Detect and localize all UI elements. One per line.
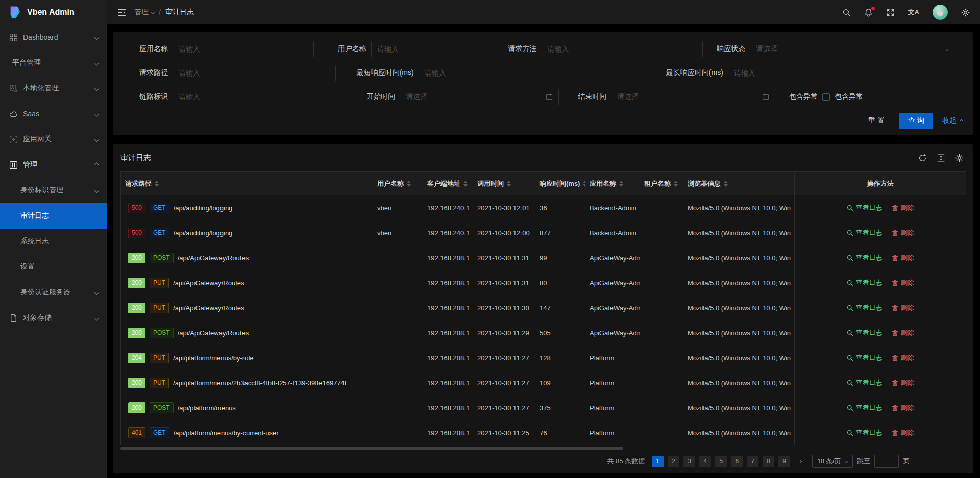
view-log-button[interactable]: 查看日志 [847, 303, 883, 312]
sidebar-item-9[interactable]: 设置 [0, 254, 107, 280]
cell-client: 192.168.208.1 [423, 245, 473, 270]
column-height-icon[interactable] [937, 154, 945, 162]
field-label: 包含异常 [783, 92, 822, 102]
table-settings-gear-icon[interactable] [955, 154, 964, 162]
sidebar-item-6[interactable]: 身份标识管理 [0, 178, 107, 203]
sort-carets-icon[interactable] [674, 181, 678, 187]
column-header-3[interactable]: 调用时间 [473, 172, 535, 195]
include-exception-checkbox[interactable] [822, 93, 830, 101]
date-input[interactable]: 请选择 [400, 89, 559, 105]
chevron-right-icon [798, 459, 802, 463]
sort-carets-icon[interactable] [724, 181, 728, 187]
view-log-button[interactable]: 查看日志 [847, 278, 883, 287]
view-log-button[interactable]: 查看日志 [847, 228, 883, 237]
field-input[interactable] [548, 45, 697, 53]
delete-button[interactable]: 删除 [892, 228, 914, 237]
sort-carets-icon[interactable] [407, 181, 411, 187]
column-header-6[interactable]: 租户名称 [640, 172, 683, 195]
horizontal-scrollbar[interactable] [120, 447, 623, 450]
delete-button[interactable]: 删除 [892, 378, 914, 387]
field-input[interactable] [377, 45, 483, 53]
view-log-button[interactable]: 查看日志 [847, 378, 883, 387]
cell-browser: Mozilla/5.0 (Windows NT 10.0; Win [683, 395, 795, 420]
cell-path: 204PUT/api/platform/menus/by-role [121, 345, 373, 370]
collapse-toggle[interactable]: 收起 [942, 116, 963, 125]
sidebar-item-0[interactable]: Dashboard [0, 24, 107, 50]
page-button-3[interactable]: 3 [683, 456, 695, 467]
delete-button[interactable]: 删除 [892, 303, 914, 312]
table-row: 200PUT/api/platform/menus/2b3accf8-4fb8-… [121, 370, 966, 395]
sidebar-item-7[interactable]: 审计日志 [0, 203, 107, 229]
delete-button[interactable]: 删除 [892, 278, 914, 287]
page-button-6[interactable]: 6 [731, 456, 743, 467]
sidebar-item-5[interactable]: 管理 [0, 152, 107, 178]
breadcrumb-root[interactable]: 管理 [134, 8, 154, 17]
column-header-5[interactable]: 应用名称 [585, 172, 640, 195]
text-input[interactable] [371, 41, 489, 57]
column-header-7[interactable]: 浏览器信息 [683, 172, 795, 195]
notification-icon[interactable] [864, 8, 873, 17]
page-button-1[interactable]: 1 [652, 456, 664, 467]
column-header-0[interactable]: 请求路径 [121, 172, 373, 195]
sidebar-item-3[interactable]: Saas [0, 101, 107, 127]
search-icon[interactable] [842, 8, 851, 17]
column-header-2[interactable]: 客户端地址 [423, 172, 473, 195]
settings-gear-icon[interactable] [961, 8, 970, 17]
text-input[interactable] [419, 65, 645, 81]
delete-button[interactable]: 删除 [892, 253, 914, 262]
view-log-button[interactable]: 查看日志 [847, 353, 883, 362]
delete-button[interactable]: 删除 [892, 403, 914, 412]
search-button[interactable]: 查 询 [899, 113, 933, 129]
view-log-button[interactable]: 查看日志 [847, 253, 883, 262]
sort-carets-icon[interactable] [619, 181, 623, 187]
delete-button[interactable]: 删除 [892, 328, 914, 337]
field-input[interactable] [179, 93, 336, 101]
delete-button[interactable]: 删除 [892, 353, 914, 362]
sort-carets-icon[interactable] [583, 181, 585, 187]
page-button-5[interactable]: 5 [715, 456, 727, 467]
fullscreen-icon[interactable] [886, 8, 895, 17]
page-button-7[interactable]: 7 [747, 456, 758, 467]
text-input[interactable] [728, 65, 954, 81]
sidebar-item-2[interactable]: A本地化管理 [0, 76, 107, 101]
page-button-2[interactable]: 2 [668, 456, 679, 467]
sort-carets-icon[interactable] [155, 181, 159, 187]
jump-page-input[interactable] [874, 455, 899, 468]
next-page-button[interactable] [794, 456, 806, 467]
reset-button[interactable]: 重 置 [860, 113, 893, 129]
avatar[interactable] [933, 5, 948, 20]
sidebar-item-11[interactable]: 对象存储 [0, 305, 107, 331]
page-size-select[interactable]: 10 条/页 [812, 455, 853, 468]
text-input[interactable] [173, 41, 314, 57]
view-log-button[interactable]: 查看日志 [847, 428, 883, 437]
field-input[interactable] [734, 69, 948, 77]
refresh-icon[interactable] [918, 154, 927, 162]
sort-carets-icon[interactable] [507, 181, 511, 187]
field-input[interactable] [179, 45, 308, 53]
text-input[interactable] [173, 65, 336, 81]
sidebar-item-4[interactable]: 应用网关 [0, 127, 107, 152]
page-button-4[interactable]: 4 [699, 456, 711, 467]
field-input[interactable] [179, 69, 330, 77]
delete-button[interactable]: 删除 [892, 428, 914, 437]
sidebar-item-10[interactable]: 身份认证服务器 [0, 280, 107, 305]
menu-fold-icon[interactable] [117, 8, 126, 17]
column-header-1[interactable]: 用户名称 [373, 172, 423, 195]
select-input[interactable]: 请选择 [750, 41, 954, 57]
text-input[interactable] [173, 89, 342, 105]
view-log-button[interactable]: 查看日志 [847, 203, 883, 212]
locale-icon[interactable]: 文A [908, 8, 919, 17]
page-button-9[interactable]: 9 [778, 456, 790, 467]
page-button-8[interactable]: 8 [763, 456, 774, 467]
view-log-button[interactable]: 查看日志 [847, 403, 883, 412]
text-input[interactable] [542, 41, 703, 57]
column-header-4[interactable]: 响应时间(ms) [535, 172, 585, 195]
sidebar-item-8[interactable]: 系统日志 [0, 229, 107, 254]
delete-button[interactable]: 删除 [892, 203, 914, 212]
sort-carets-icon[interactable] [463, 181, 468, 187]
view-log-button[interactable]: 查看日志 [847, 328, 883, 337]
field-input[interactable] [425, 69, 639, 77]
date-input[interactable]: 请选择 [611, 89, 775, 105]
sidebar-item-1[interactable]: 平台管理 [0, 50, 107, 76]
app-logo[interactable]: Vben Admin [0, 0, 107, 24]
